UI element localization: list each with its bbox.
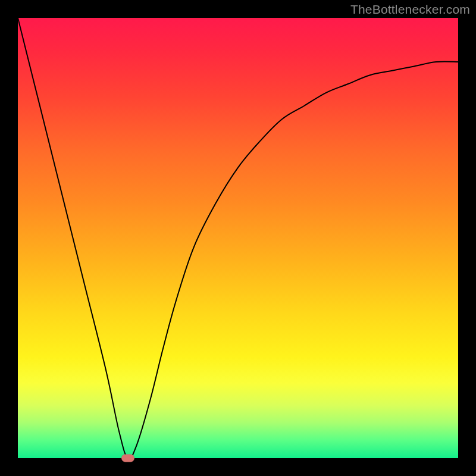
optimal-point-marker: [121, 455, 134, 462]
watermark-text: TheBottlenecker.com: [350, 2, 470, 17]
plot-area: [18, 18, 458, 458]
bottleneck-curve: [18, 18, 458, 458]
curve-svg: [18, 18, 458, 458]
chart-frame: TheBottlenecker.com: [0, 0, 476, 476]
